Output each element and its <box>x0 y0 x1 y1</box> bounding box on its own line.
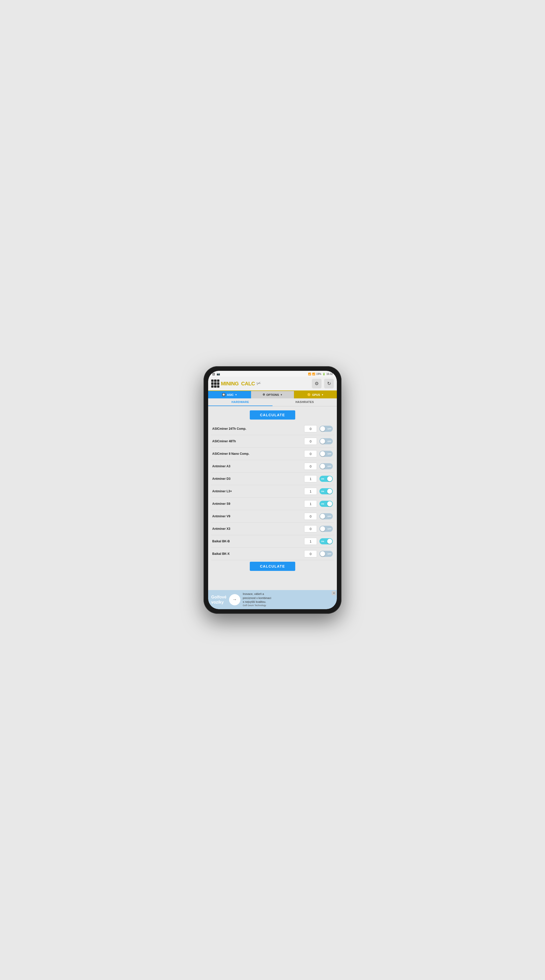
time-display: 16:32 <box>327 372 333 375</box>
miner-name: Antminer A3 <box>212 465 301 468</box>
miner-name: Antminer V9 <box>212 514 301 518</box>
miner-qty-input[interactable] <box>304 475 317 482</box>
settings-button[interactable]: ⚙ <box>312 379 322 388</box>
miner-name: ASICminer 24Th Comp. <box>212 427 301 431</box>
phone-screen: 🖼 📷 📶 📶 19% 🔋 16:32 <box>208 371 337 609</box>
miner-qty-input[interactable] <box>304 550 317 557</box>
ad-close-button[interactable]: ✕ <box>332 591 336 595</box>
toggle-knob <box>327 489 332 494</box>
miner-row: Baikal BK-BON <box>211 535 334 548</box>
miner-toggle[interactable]: OFF <box>319 526 333 532</box>
logo-mining: MINING <box>221 381 239 387</box>
miner-name: Antminer L3+ <box>212 490 301 493</box>
miner-qty-input[interactable] <box>304 425 317 432</box>
miner-toggle[interactable]: OFF <box>319 451 333 457</box>
toggle-knob <box>320 451 325 456</box>
miner-qty-input[interactable] <box>304 488 317 495</box>
miner-qty-input[interactable] <box>304 450 317 457</box>
miner-qty-input[interactable] <box>304 513 317 520</box>
miner-name: Antminer X3 <box>212 527 301 531</box>
toggle-label: OFF <box>327 515 331 517</box>
ad-description: Inovace, vášeň a preciznost v kombinaci … <box>243 592 334 604</box>
miner-row: Antminer S9ON <box>211 498 334 510</box>
toggle-label: OFF <box>327 553 331 555</box>
gpus-chip-icon: 🟡 <box>307 393 311 396</box>
toggle-knob <box>320 439 325 444</box>
miner-qty-input[interactable] <box>304 500 317 508</box>
tab-hashrates[interactable]: HASHRATES <box>272 398 337 406</box>
gpus-arrow-icon: ▼ <box>321 393 323 396</box>
toggle-knob <box>320 426 325 431</box>
miner-toggle[interactable]: OFF <box>319 513 333 519</box>
battery-text: 19% <box>316 372 321 375</box>
logo-calc: CALC <box>241 381 255 387</box>
toggle-label: OFF <box>327 465 331 468</box>
ad-company: Golf Geum Technology <box>243 604 334 607</box>
toggle-knob <box>327 501 332 506</box>
nav-asic[interactable]: 🔲 ASIC ▼ <box>208 391 251 398</box>
phone-frame: 🖼 📷 📶 📶 19% 🔋 16:32 <box>204 366 341 614</box>
app-screen: 🖼 📷 📶 📶 19% 🔋 16:32 <box>208 371 337 609</box>
toggle-knob <box>327 476 332 481</box>
nav-bar: 🔲 ASIC ▼ ⚙ OPTIONS ▼ 🟡 GPUS ▼ <box>208 391 337 398</box>
toggle-knob <box>320 514 325 519</box>
toggle-label: ON <box>321 503 324 505</box>
miner-row: ASICminer 8 Nano Comp.OFF <box>211 448 334 460</box>
toggle-label: ON <box>321 478 324 480</box>
miner-row: ASICminer 24Th Comp.OFF <box>211 423 334 435</box>
ad-text-right: Inovace, vášeň a preciznost v kombinaci … <box>243 592 334 607</box>
miner-toggle[interactable]: OFF <box>319 438 333 444</box>
status-right: 📶 📶 19% 🔋 16:32 <box>308 372 333 375</box>
nav-options[interactable]: ⚙ OPTIONS ▼ <box>251 391 294 398</box>
battery-icon: 🔋 <box>322 372 325 375</box>
miner-row: Antminer A3OFF <box>211 460 334 473</box>
miners-list: ASICminer 24Th Comp.OFFASICminer 48ThOFF… <box>211 423 334 560</box>
miner-name: Baikal BK-X <box>212 552 301 555</box>
content-area: CALCULATE ASICminer 24Th Comp.OFFASICmin… <box>208 406 337 590</box>
miner-row: Antminer D3ON <box>211 473 334 485</box>
ad-text-left: Golfové vozíky <box>211 595 226 605</box>
app-header: MINING CALC ✂ ⚙ ↻ <box>208 377 337 391</box>
miner-qty-input[interactable] <box>304 463 317 470</box>
asic-label: ASIC <box>227 393 233 396</box>
miner-toggle[interactable]: ON <box>319 476 333 482</box>
calculate-top-button[interactable]: CALCULATE <box>250 410 295 420</box>
miner-toggle[interactable]: OFF <box>319 551 333 557</box>
toggle-label: ON <box>321 490 324 493</box>
tab-hardware[interactable]: HARDWARE <box>208 398 272 406</box>
nav-gpus[interactable]: 🟡 GPUS ▼ <box>294 391 337 398</box>
refresh-button[interactable]: ↻ <box>324 379 334 388</box>
miner-row: Antminer X3OFF <box>211 523 334 535</box>
miner-row: Baikal BK-XOFF <box>211 548 334 560</box>
asic-chip-icon: 🔲 <box>222 393 226 396</box>
miner-name: Baikal BK-B <box>212 539 301 543</box>
ad-arrow-icon: → <box>233 597 237 602</box>
miner-toggle[interactable]: ON <box>319 538 333 544</box>
toggle-label: OFF <box>327 440 331 442</box>
app-logo: MINING CALC ✂ <box>211 380 261 388</box>
toggle-knob <box>320 526 325 531</box>
miner-row: ASICminer 48ThOFF <box>211 435 334 448</box>
miner-name: Antminer S9 <box>212 502 301 506</box>
miner-name: ASICminer 8 Nano Comp. <box>212 452 301 455</box>
photo-icon: 🖼 <box>212 372 215 375</box>
calculator-icon: ✂ <box>256 380 262 387</box>
calculate-top-wrap: CALCULATE <box>211 410 334 420</box>
miner-toggle[interactable]: ON <box>319 501 333 507</box>
miner-toggle[interactable]: OFF <box>319 463 333 469</box>
ad-arrow-button[interactable]: → <box>229 594 240 605</box>
miner-qty-input[interactable] <box>304 538 317 545</box>
toggle-knob <box>320 464 325 469</box>
miner-qty-input[interactable] <box>304 438 317 445</box>
toggle-label: OFF <box>327 453 331 455</box>
logo-text: MINING CALC <box>221 381 255 387</box>
signal-icon: 📶 <box>312 372 315 375</box>
miner-qty-input[interactable] <box>304 525 317 532</box>
miner-toggle[interactable]: ON <box>319 488 333 494</box>
ad-banner: Golfové vozíky → Inovace, vášeň a preciz… <box>208 590 337 609</box>
miner-name: Antminer D3 <box>212 477 301 480</box>
calculate-bottom-button[interactable]: CALCULATE <box>250 562 295 571</box>
miner-row: Antminer L3+ON <box>211 485 334 498</box>
miner-toggle[interactable]: OFF <box>319 426 333 432</box>
options-sliders-icon: ⚙ <box>263 393 265 396</box>
